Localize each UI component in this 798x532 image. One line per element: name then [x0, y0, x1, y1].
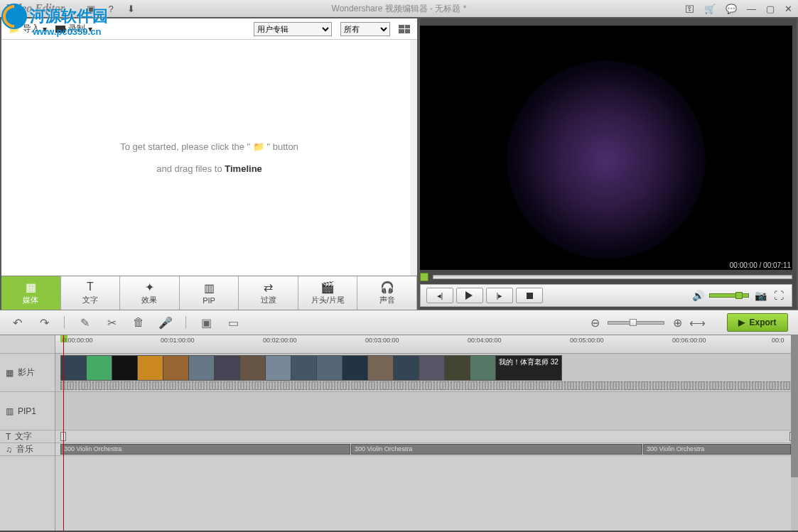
next-frame-button[interactable]: |▸: [486, 288, 513, 303]
timeline-vscrollbar[interactable]: [791, 335, 798, 531]
titlebar-cart-icon[interactable]: 🛒: [704, 4, 716, 14]
undo-button[interactable]: ↶: [10, 315, 24, 330]
clapper-icon: 🎬: [320, 281, 335, 293]
voiceover-button[interactable]: 🎤: [158, 315, 173, 330]
play-button[interactable]: [456, 288, 483, 303]
fit-button[interactable]: ⟷: [690, 315, 704, 330]
folder-icon: 📁: [253, 141, 264, 152]
volume-slider[interactable]: [709, 293, 749, 298]
stop-button[interactable]: [516, 288, 543, 303]
playhead[interactable]: [63, 335, 64, 531]
titlebar-save-icon[interactable]: ▣: [86, 4, 96, 13]
import-button[interactable]: 📁导入 ▾: [9, 23, 47, 35]
transition-icon: ⇄: [261, 281, 276, 293]
timeline: ▦ 影片 ▥ PIP1 T 文字 ♫ 音乐 0:00:00:00 00:01:0…: [0, 335, 798, 531]
fullscreen-icon[interactable]: ⛶: [772, 288, 786, 303]
music-clip[interactable]: 300 Violin Orchestra: [643, 444, 791, 455]
delete-button[interactable]: 🗑: [131, 315, 146, 330]
wand-icon: ✦: [141, 281, 157, 293]
tab-media[interactable]: ▦媒体: [1, 276, 61, 310]
close-button[interactable]: ✕: [784, 4, 792, 14]
crop-button[interactable]: ▣: [199, 315, 213, 330]
music-track[interactable]: 300 Violin Orchestra 300 Violin Orchestr…: [55, 443, 798, 456]
audio-waveform[interactable]: [60, 381, 797, 390]
redo-button[interactable]: ↷: [37, 315, 51, 330]
headphone-icon: 🎧: [379, 281, 395, 293]
track-label-video: ▦ 影片: [0, 354, 55, 392]
edit-toolbar: ↶ ↷ ✎ ✂ 🗑 🎤 ▣ ▭ ⊖ ⊕ ⟷ ▶ Export: [0, 310, 798, 335]
music-clip[interactable]: 300 Violin Orchestra: [351, 444, 642, 455]
zoom-slider[interactable]: [608, 321, 664, 325]
prev-frame-button[interactable]: ◂|: [426, 288, 453, 303]
titlebar-chat-icon[interactable]: 💬: [726, 4, 737, 14]
window-title: Wondershare 视频编辑器 - 无标题 *: [332, 3, 467, 15]
scrub-track[interactable]: [433, 275, 792, 279]
pip-icon: ▥: [201, 282, 217, 295]
titlebar-help-icon[interactable]: ?: [106, 4, 116, 13]
tab-effects[interactable]: ✦效果: [120, 276, 180, 310]
media-panel: 📁导入 ▾ 录制 ▾ 用户专辑 所有 To get started, pleas…: [1, 18, 417, 310]
view-toggle-icon[interactable]: [399, 25, 410, 33]
album-dropdown[interactable]: 用户专辑: [254, 22, 332, 36]
pip-track[interactable]: [55, 392, 798, 430]
video-track[interactable]: 我的！体育老师 32: [55, 354, 798, 392]
app-logo-text: Video Editor: [6, 2, 65, 15]
zoom-out-button[interactable]: ⊖: [588, 315, 602, 330]
cut-button[interactable]: ✂: [104, 315, 119, 330]
media-scrollbar[interactable]: [410, 40, 417, 276]
preview-panel: 00:00:00 / 00:07:11 ◂| |▸ 🔊 📷 ⛶: [420, 18, 797, 310]
media-drop-area[interactable]: To get started, please click the " 📁 " b…: [1, 40, 417, 276]
edit-button[interactable]: ✎: [77, 315, 92, 330]
titlebar-key-icon[interactable]: ⚿: [685, 4, 694, 14]
preview-content: [507, 60, 706, 259]
zoom-in-button[interactable]: ⊕: [670, 315, 684, 330]
music-clip[interactable]: 300 Violin Orchestra: [60, 444, 350, 455]
timeline-ruler[interactable]: 0:00:00:00 00:01:00:00 00:02:00:00 00:03…: [55, 335, 798, 354]
volume-icon[interactable]: 🔊: [691, 288, 705, 303]
snapshot-icon[interactable]: 📷: [753, 288, 767, 303]
video-clip[interactable]: 我的！体育老师 32: [60, 355, 562, 381]
tab-transition[interactable]: ⇄过渡: [239, 276, 298, 310]
time-display: 00:00:00 / 00:07:11: [730, 261, 791, 269]
minimize-button[interactable]: —: [747, 4, 756, 14]
camera-icon: [55, 26, 65, 33]
maximize-button[interactable]: ▢: [766, 4, 775, 14]
tab-text[interactable]: T文字: [61, 276, 121, 310]
track-label-text: T 文字: [0, 430, 55, 443]
tab-intro[interactable]: 🎬片头/片尾: [298, 276, 358, 310]
export-icon: ▶: [738, 317, 745, 327]
scrub-handle[interactable]: [420, 273, 428, 281]
category-tabs: ▦媒体 T文字 ✦效果 ▥PIP ⇄过渡 🎬片头/片尾 🎧声音: [1, 276, 417, 310]
folder-icon: 📁: [9, 23, 20, 34]
clip-title: 我的！体育老师 32: [496, 356, 561, 369]
titlebar: Video Editor ▣ ? ⬇ Wondershare 视频编辑器 - 无…: [0, 0, 798, 17]
track-label-pip: ▥ PIP1: [0, 392, 55, 430]
preview-viewport[interactable]: [420, 26, 792, 270]
text-track[interactable]: [55, 430, 798, 443]
text-icon: T: [82, 281, 98, 293]
record-button[interactable]: 录制 ▾: [55, 23, 92, 35]
media-icon: ▦: [23, 281, 38, 293]
filter-dropdown[interactable]: 所有: [340, 22, 390, 36]
track-label-music: ♫ 音乐: [0, 443, 55, 456]
export-button[interactable]: ▶ Export: [727, 313, 788, 332]
tab-sound[interactable]: 🎧声音: [357, 276, 417, 310]
aspect-button[interactable]: ▭: [226, 315, 240, 330]
tab-pip[interactable]: ▥PIP: [180, 276, 239, 310]
titlebar-download-icon[interactable]: ⬇: [126, 4, 136, 13]
